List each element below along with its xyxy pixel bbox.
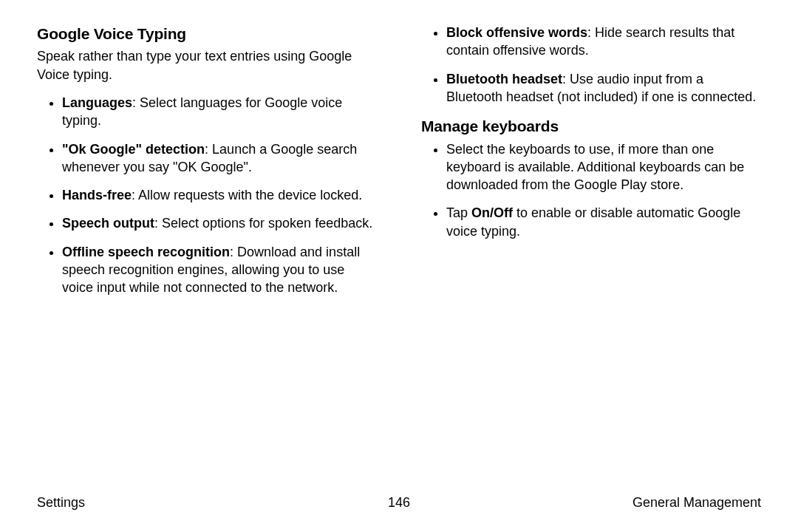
- list-item: Bluetooth headset: Use audio input from …: [446, 70, 761, 106]
- page-footer: Settings 146 General Management: [37, 494, 761, 511]
- list-item: Block offensive words: Hide search resul…: [446, 24, 761, 60]
- right-column: Block offensive words: Hide search resul…: [421, 24, 761, 297]
- item-pre: Tap: [446, 205, 471, 220]
- list-item: "Ok Google" detection: Launch a Google s…: [62, 140, 377, 177]
- left-column: Google Voice Typing Speak rather than ty…: [37, 24, 377, 297]
- list-item: Select the keyboards to use, if more tha…: [446, 140, 761, 194]
- list-item: Offline speech recognition: Download and…: [62, 243, 377, 297]
- list-item: Speech output: Select options for spoken…: [62, 214, 377, 232]
- item-label: Hands-free: [62, 188, 132, 202]
- heading-manage-keyboards: Manage keyboards: [421, 116, 761, 137]
- heading-google-voice-typing: Google Voice Typing: [37, 24, 377, 44]
- item-bold: On/Off: [471, 205, 513, 220]
- page: Google Voice Typing Speak rather than ty…: [0, 0, 798, 532]
- item-desc: : Allow requests with the device locked.: [132, 188, 362, 202]
- item-label: Block offensive words: [446, 25, 587, 40]
- feature-list: Languages: Select languages for Google v…: [37, 94, 377, 297]
- item-label: Speech output: [62, 216, 154, 231]
- list-item: Languages: Select languages for Google v…: [62, 94, 377, 130]
- footer-page-number: 146: [37, 494, 761, 511]
- item-desc: : Select options for spoken feedback.: [154, 216, 372, 231]
- feature-list-continued: Block offensive words: Hide search resul…: [421, 24, 761, 106]
- manage-list: Select the keyboards to use, if more tha…: [421, 140, 761, 240]
- content-columns: Google Voice Typing Speak rather than ty…: [37, 24, 761, 297]
- item-label: Languages: [62, 95, 132, 110]
- item-label: Offline speech recognition: [62, 245, 230, 259]
- item-plain: Select the keyboards to use, if more tha…: [446, 142, 744, 193]
- list-item: Tap On/Off to enable or disable automati…: [446, 204, 761, 240]
- intro-text: Speak rather than type your text entries…: [37, 47, 377, 83]
- item-label: "Ok Google" detection: [62, 142, 205, 157]
- list-item: Hands-free: Allow requests with the devi…: [62, 186, 377, 204]
- item-label: Bluetooth headset: [446, 72, 562, 86]
